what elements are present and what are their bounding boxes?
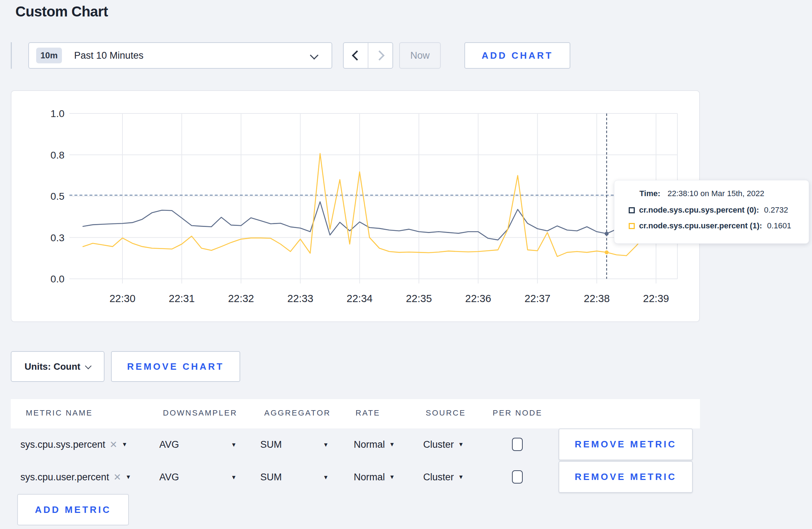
chart-tooltip: Time: 22:38:10 on Mar 15th, 2022 cr.node… — [614, 180, 809, 244]
col-header-metric-name: METRIC NAME — [26, 408, 93, 418]
series-swatch-icon — [629, 207, 635, 213]
tooltip-series-value: 0.2732 — [764, 205, 788, 215]
tooltip-series-value: 0.1601 — [767, 221, 791, 230]
caret-down-icon: ▼ — [389, 474, 395, 480]
units-label: Units: Count — [25, 361, 81, 372]
caret-down-icon: ▼ — [231, 474, 237, 481]
chevron-right-icon — [374, 50, 384, 60]
aggregator-select[interactable]: SUM — [260, 461, 282, 493]
downsampler-value: AVG — [159, 439, 179, 450]
x-tick-label: 22:34 — [347, 293, 373, 304]
source-value: Cluster — [423, 472, 454, 483]
downsampler-value: AVG — [159, 472, 179, 483]
time-range-label: Past 10 Minutes — [74, 50, 144, 61]
series-line-1 — [83, 154, 676, 257]
x-tick-label: 22:39 — [643, 293, 669, 304]
y-tick-label: 0.3 — [50, 232, 64, 243]
x-tick-label: 22:33 — [287, 293, 314, 304]
metric-name-select[interactable]: sys.cpu.user.percent ✕ ▼ — [20, 461, 131, 493]
add-chart-button[interactable]: ADD CHART — [464, 42, 570, 69]
caret-down-icon: ▼ — [458, 474, 464, 480]
remove-chart-button[interactable]: REMOVE CHART — [111, 351, 240, 382]
tooltip-series-row: cr.node.sys.cpu.user.percent (1): 0.1601 — [629, 221, 802, 230]
source-select[interactable]: Cluster ▼ — [423, 461, 464, 493]
per-node-checkbox[interactable] — [512, 438, 523, 451]
per-node-checkbox[interactable] — [512, 470, 523, 484]
caret-down-icon: ▼ — [122, 441, 127, 448]
metric-name: sys.cpu.user.percent — [20, 472, 109, 483]
tooltip-time-label: Time: — [639, 189, 660, 198]
x-tick-label: 22:32 — [228, 293, 254, 304]
x-tick-label: 22:38 — [584, 293, 610, 304]
clear-metric-icon[interactable]: ✕ — [113, 472, 121, 483]
tooltip-series-row: cr.node.sys.cpu.sys.percent (0): 0.2732 — [629, 205, 802, 215]
col-header-downsampler: DOWNSAMPLER — [163, 408, 237, 418]
metric-name-select[interactable]: sys.cpu.sys.percent ✕ ▼ — [20, 428, 127, 461]
remove-metric-button[interactable]: REMOVE METRIC — [559, 461, 693, 493]
aggregator-select[interactable]: SUM — [260, 428, 282, 461]
aggregator-value: SUM — [260, 439, 282, 450]
x-tick-label: 22:30 — [110, 293, 136, 304]
chevron-down-icon — [85, 363, 92, 369]
caret-down-icon: ▼ — [323, 442, 329, 448]
custom-chart-page: Custom Chart 10m Past 10 Minutes Now ADD… — [0, 0, 812, 529]
prev-time-button[interactable] — [344, 43, 368, 68]
col-header-aggregator: AGGREGATOR — [264, 408, 331, 418]
remove-metric-button[interactable]: REMOVE METRIC — [559, 428, 693, 460]
toolbar-divider — [11, 42, 12, 69]
chevron-down-icon — [310, 51, 318, 59]
units-select[interactable]: Units: Count — [11, 351, 105, 382]
tooltip-series-label: cr.node.sys.cpu.user.percent (1): — [639, 221, 762, 230]
col-header-source: SOURCE — [426, 408, 466, 418]
rate-value: Normal — [354, 439, 385, 450]
page-title: Custom Chart — [15, 4, 108, 20]
time-range-badge: 10m — [36, 48, 62, 63]
x-tick-label: 22:35 — [406, 293, 432, 304]
tooltip-time-row: Time: 22:38:10 on Mar 15th, 2022 — [639, 189, 802, 198]
chart-card: 0.00.30.50.81.022:3022:3122:3222:3322:34… — [11, 90, 700, 322]
col-header-per-node: PER NODE — [493, 408, 542, 418]
downsampler-select[interactable]: AVG — [159, 461, 179, 493]
y-tick-label: 0.5 — [50, 191, 64, 202]
tooltip-series-label: cr.node.sys.cpu.sys.percent (0): — [639, 205, 759, 215]
caret-down-icon: ▼ — [323, 474, 329, 481]
source-select[interactable]: Cluster ▼ — [423, 428, 464, 461]
cursor-dot-1 — [605, 251, 609, 254]
rate-value: Normal — [354, 472, 385, 483]
tooltip-time-value: 22:38:10 on Mar 15th, 2022 — [667, 189, 764, 198]
metric-row: sys.cpu.sys.percent ✕ ▼ AVG ▼ SUM ▼ Norm… — [11, 428, 700, 461]
clear-metric-icon[interactable]: ✕ — [110, 439, 117, 450]
rate-select[interactable]: Normal ▼ — [354, 428, 395, 461]
add-metric-button[interactable]: ADD METRIC — [17, 494, 129, 525]
next-time-button[interactable] — [368, 43, 392, 68]
x-tick-label: 22:37 — [525, 293, 551, 304]
now-button[interactable]: Now — [399, 42, 441, 69]
metric-row: sys.cpu.user.percent ✕ ▼ AVG ▼ SUM ▼ Nor… — [11, 461, 700, 493]
series-line-0 — [83, 202, 676, 240]
col-header-rate: RATE — [356, 408, 380, 418]
y-tick-label: 0.0 — [50, 273, 64, 285]
caret-down-icon: ▼ — [458, 441, 464, 448]
metric-name: sys.cpu.sys.percent — [20, 439, 105, 450]
y-tick-label: 1.0 — [50, 108, 64, 119]
x-tick-label: 22:31 — [169, 293, 195, 304]
aggregator-value: SUM — [260, 472, 282, 483]
cursor-dot-0 — [605, 232, 609, 236]
time-nav — [343, 42, 393, 69]
y-tick-label: 0.8 — [50, 150, 64, 161]
caret-down-icon: ▼ — [389, 441, 395, 448]
chevron-left-icon — [352, 50, 362, 60]
metrics-table-header: METRIC NAME DOWNSAMPLER AGGREGATOR RATE … — [11, 399, 700, 428]
rate-select[interactable]: Normal ▼ — [354, 461, 395, 493]
time-range-select[interactable]: 10m Past 10 Minutes — [28, 42, 332, 69]
caret-down-icon: ▼ — [231, 442, 237, 448]
caret-down-icon: ▼ — [125, 474, 131, 480]
downsampler-select[interactable]: AVG — [159, 428, 179, 461]
x-tick-label: 22:36 — [465, 293, 491, 304]
series-swatch-icon — [629, 223, 635, 229]
source-value: Cluster — [423, 439, 454, 450]
chart-plot[interactable]: 0.00.30.50.81.022:3022:3122:3222:3322:34… — [11, 91, 699, 321]
